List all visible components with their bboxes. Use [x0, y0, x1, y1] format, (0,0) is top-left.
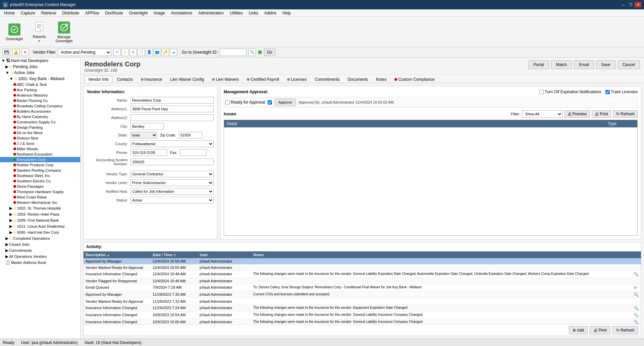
sidebar-item-1009[interactable]: ▶⚠ 1009- First National Bank	[0, 217, 80, 223]
sidebar-vendor-design[interactable]: Design Painting	[0, 125, 80, 130]
ready-for-approval-label[interactable]: Ready for Approval	[225, 100, 265, 105]
sidebar-item-1003[interactable]: ▶⚠ 1003- Renton Hotel Plaza	[0, 211, 80, 217]
sidebar-item-1011[interactable]: ▶⚠ 1011- Lexus Auto Dealership	[0, 223, 80, 229]
tab-notes[interactable]: Notes	[372, 76, 390, 83]
sidebar-item-closed[interactable]: ▶ Closed Jobs	[0, 241, 80, 247]
greenlight-id-input[interactable]	[220, 49, 247, 56]
turn-off-checkbox[interactable]	[539, 90, 544, 94]
cloud-btn[interactable]: ☁	[170, 49, 177, 56]
filter-select[interactable]: Show All Active Resolved	[522, 110, 562, 118]
sidebar-item-all-vendors[interactable]: ▶ All Operations Vendors	[0, 253, 80, 260]
sidebar-vendor-byhand[interactable]: By Hand Carpentry	[0, 114, 80, 119]
activity-row-2[interactable]: Insurance Information Changed 12/4/2024 …	[84, 271, 641, 278]
sidebar-root[interactable]: ▼ 🏗 Hard Hat Developers	[0, 58, 80, 64]
vendor-filter-select[interactable]: Active and Pending Active Pending All	[58, 49, 111, 56]
county-select[interactable]: Pottawattamie	[130, 140, 214, 147]
warning-orange-btn[interactable]: ⚠	[121, 49, 129, 56]
tab-lien-waiver-config[interactable]: Lien Waiver Config	[166, 76, 208, 83]
key-btn[interactable]: 🔑	[162, 49, 169, 56]
x-btn[interactable]: ✕	[21, 49, 29, 56]
zip-input[interactable]	[179, 132, 202, 138]
manage-greenlight-toolbar-btn[interactable]: + Manage Greenlight	[52, 18, 76, 45]
tab-lien-waivers[interactable]: Lien Waivers	[208, 76, 243, 83]
sidebar-item-pending-jobs[interactable]: ▶ ⚠ Pending Jobs	[0, 64, 80, 70]
greenlight-toolbar-btn[interactable]: Greenlight	[3, 18, 26, 45]
menu-utilities[interactable]: Utilities	[227, 10, 246, 16]
activity-row-5[interactable]: Approved by Manager 11/29/2023 7:35 AM p…	[84, 291, 641, 298]
name-input[interactable]	[130, 97, 214, 104]
menu-capture[interactable]: Capture	[18, 10, 38, 16]
tab-certified-payroll[interactable]: Certified Payroll	[243, 76, 283, 83]
sidebar-vendor-builders[interactable]: Builders Accessories	[0, 109, 80, 114]
sidebar-vendor-broadway[interactable]: Broadway Ceiling Company	[0, 103, 80, 109]
reports-toolbar-btn[interactable]: Reports ▼	[28, 18, 51, 45]
save-button[interactable]: Save	[596, 60, 615, 69]
sidebar-item-active-jobs[interactable]: ▼ ⚠ Active Jobs	[0, 70, 80, 76]
warning-red-btn[interactable]: ⚠	[129, 49, 137, 56]
approve-checkbox[interactable]	[268, 100, 272, 105]
sidebar-item-completed[interactable]: ▶⚠ Completed Operations	[0, 235, 80, 241]
preview-button[interactable]: 🖨 Preview	[565, 110, 590, 118]
activity-row-6[interactable]: Vendor Marked Ready for Approval 11/29/2…	[84, 298, 641, 305]
add-activity-button[interactable]: ⊕ Add	[569, 326, 588, 334]
tab-contacts[interactable]: Contacts	[113, 76, 136, 83]
close-button[interactable]: ✕	[635, 2, 641, 7]
sidebar-vendor-division[interactable]: Division Nine	[0, 135, 80, 141]
sidebar-vendor-construction[interactable]: Construction Supply Co.	[0, 119, 80, 125]
activity-row-3[interactable]: Vendor Flagged for Reapproval 12/4/2024 …	[84, 278, 641, 284]
tab-documents[interactable]: Documents	[344, 76, 372, 83]
person-btn[interactable]: 👤	[146, 49, 153, 56]
menu-links[interactable]: Links	[246, 10, 261, 16]
menu-greenlight[interactable]: Greenlight	[126, 10, 150, 16]
approve-checkbox-label[interactable]	[268, 100, 272, 105]
sidebar-item-master[interactable]: 📋 Master Address Book	[0, 260, 80, 266]
sidebar-item-commitments[interactable]: ▶ Commitments	[0, 247, 80, 253]
print-issues-button[interactable]: 🖨 Print	[592, 110, 611, 118]
refresh-issues-button[interactable]: ↻ Refresh	[613, 110, 638, 118]
city-input[interactable]	[130, 123, 164, 130]
sidebar-item-6000[interactable]: ▶⚠ 6000- Hard Hat Dev Corp	[0, 229, 80, 235]
tab-custom-compliance[interactable]: Custom Compliance	[391, 76, 438, 83]
state-select[interactable]: Iowa	[130, 132, 157, 138]
tab-commitments[interactable]: Commitments	[311, 76, 343, 83]
person2-btn[interactable]: 👥	[154, 49, 161, 56]
menu-home[interactable]: Home	[1, 10, 17, 16]
activity-row-0[interactable]: Approved by Manager 12/4/2024 10:56 AM p…	[84, 258, 641, 265]
menu-annotations[interactable]: Annotations	[168, 10, 195, 16]
sidebar-vendor-southern[interactable]: Southern Electric Co.	[0, 178, 80, 184]
search-row-icon[interactable]: 🔍	[634, 292, 639, 297]
portal-button[interactable]: Portal	[528, 60, 549, 69]
track-licenses-checkbox[interactable]	[605, 90, 610, 94]
notified-select[interactable]: Called for Job Information	[130, 188, 214, 195]
bell-btn[interactable]: 🔔	[12, 49, 19, 56]
ready-checkbox[interactable]	[225, 100, 230, 105]
refresh-activity-button[interactable]: ↻ Refresh	[612, 326, 638, 334]
sidebar-item-1001[interactable]: ▼ ⚠ 1001- Key Bank - Midland	[0, 76, 80, 82]
approve-button[interactable]: Approve	[275, 99, 296, 106]
sidebar-vendor-thompson[interactable]: Thompson Hardware Supply	[0, 189, 80, 194]
activity-row-7[interactable]: Insurance Information Changed 11/29/2023…	[84, 305, 641, 312]
activity-row-9[interactable]: Insurance Information Changed 10/9/2023 …	[84, 319, 641, 325]
phone-input[interactable]	[130, 149, 167, 156]
turn-off-label[interactable]: Turn Off Expiration Notifications	[539, 90, 601, 94]
sidebar-vendor-stone[interactable]: Stone Passages	[0, 184, 80, 189]
activity-row-4[interactable]: Email Queued 7/9/2024 7:29 AM pVault Adm…	[84, 284, 641, 291]
sidebar-vendor-anderson[interactable]: Anderson Masonry	[0, 93, 80, 98]
match-button[interactable]: Match	[551, 60, 572, 69]
menu-docroute[interactable]: DocRoute	[102, 10, 125, 16]
email-row-icon[interactable]: ✉	[634, 285, 637, 290]
email-button[interactable]: Email	[574, 60, 594, 69]
cancel-button[interactable]: Cancel	[618, 60, 640, 69]
address1-input[interactable]	[130, 106, 214, 112]
sidebar-vendor-miller[interactable]: Miller Woods	[0, 146, 80, 152]
acct-input[interactable]	[130, 159, 214, 165]
restore-button[interactable]: ❐	[627, 2, 634, 7]
sidebar-vendor-dit[interactable]: Dit on the Move	[0, 130, 80, 135]
search-row-icon[interactable]: 🔍	[634, 313, 639, 318]
sidebar-vendor-southeast[interactable]: Southeast Steel, Inc.	[0, 173, 80, 178]
sidebar-vendor-abc[interactable]: ABC Chalk & Tack	[0, 82, 80, 87]
tab-insurance[interactable]: Insurance	[137, 76, 166, 83]
doc-btn[interactable]: 📄	[138, 49, 145, 56]
sidebar-vendor-ace[interactable]: Ace Parking	[0, 87, 80, 93]
search-row-icon[interactable]: 🔍	[634, 320, 639, 325]
